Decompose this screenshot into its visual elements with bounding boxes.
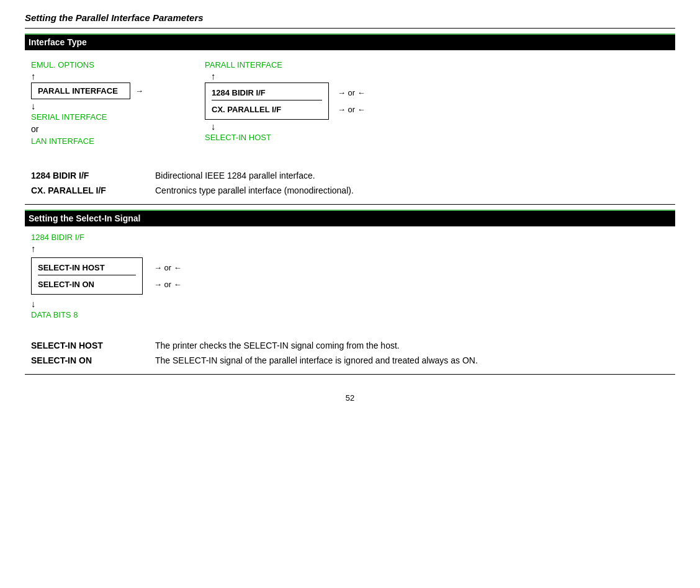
def-select-host: The printer checks the SELECT-IN signal … — [149, 338, 675, 353]
section2-arrow-or-1: → or ← — [154, 263, 182, 272]
page-title: Setting the Parallel Interface Parameter… — [25, 12, 675, 23]
desc-row-select-on: SELECT-IN ON The SELECT-IN signal of the… — [25, 353, 675, 368]
select-in-host-box: SELECT-IN HOST — [38, 261, 136, 275]
lan-interface-label: LAN INTERFACE — [31, 136, 168, 146]
select-in-on-box: SELECT-IN ON — [38, 278, 136, 291]
term-select-on: SELECT-IN ON — [25, 353, 149, 368]
page-number: 52 — [25, 393, 675, 403]
section2-arrow-or-2: → or ← — [154, 280, 182, 289]
section1-desc-table: 1284 BIDIR I/F Bidirectional IEEE 1284 p… — [25, 168, 675, 198]
term-cx: CX. PARALLEL I/F — [25, 183, 149, 198]
desc-row-cx: CX. PARALLEL I/F Centronics type paralle… — [25, 183, 675, 198]
select-in-box: SELECT-IN HOST SELECT-IN ON — [31, 257, 143, 295]
section2-desc-table: SELECT-IN HOST The printer checks the SE… — [25, 338, 675, 368]
right-down-arrow: ↓ — [211, 121, 366, 131]
desc-row-select-host: SELECT-IN HOST The printer checks the SE… — [25, 338, 675, 353]
or-text: or — [31, 124, 168, 134]
def-1284: Bidirectional IEEE 1284 parallel interfa… — [149, 168, 675, 183]
def-cx: Centronics type parallel interface (mono… — [149, 183, 675, 198]
serial-interface-label: SERIAL INTERFACE — [31, 112, 168, 122]
select-in-host-right: SELECT-IN HOST — [205, 133, 366, 142]
section1-header: Interface Type — [25, 33, 675, 50]
parall-interface-label-right: PARALL INTERFACE — [205, 60, 366, 69]
bidir-cx-box: 1284 BIDIR I/F CX. PARALLEL I/F — [205, 82, 329, 120]
parall-interface-box: PARALL INTERFACE — [31, 82, 130, 99]
arrow-or-1: → or ← — [338, 88, 366, 97]
right-up-arrow: ↑ — [211, 71, 366, 81]
left-down-arrow: ↓ — [31, 100, 168, 111]
term-select-host: SELECT-IN HOST — [25, 338, 149, 353]
arrow-between: → — [135, 86, 143, 96]
left-up-arrow: ↑ — [31, 71, 168, 81]
def-select-on: The SELECT-IN signal of the parallel int… — [149, 353, 675, 368]
section2-up-arrow: ↑ — [31, 243, 675, 254]
term-1284: 1284 BIDIR I/F — [25, 168, 149, 183]
box-line1: 1284 BIDIR I/F — [212, 86, 322, 100]
data-bits-label: DATA BITS 8 — [31, 310, 675, 319]
desc-row-1: 1284 BIDIR I/F Bidirectional IEEE 1284 p… — [25, 168, 675, 183]
arrow-or-2: → or ← — [338, 105, 366, 114]
box-line2: CX. PARALLEL I/F — [212, 103, 322, 116]
section2-down-arrow: ↓ — [31, 298, 675, 309]
section2-header: Setting the Select-In Signal — [25, 210, 675, 226]
emul-options-label: EMUL. OPTIONS — [31, 60, 168, 69]
section2-label: 1284 BIDIR I/F — [31, 233, 675, 242]
